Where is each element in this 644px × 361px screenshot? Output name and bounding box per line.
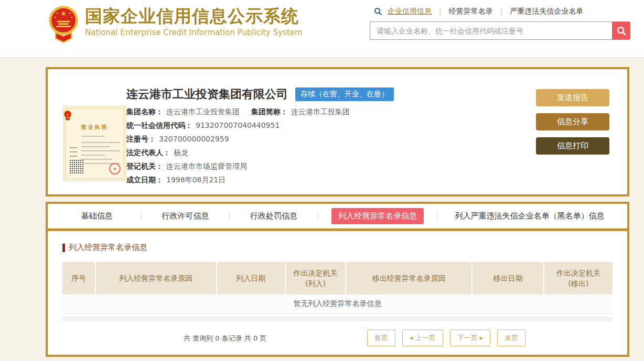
- license-emblem-icon: ★: [63, 110, 72, 121]
- field-registration-number: 注册号：320700000002959: [126, 135, 394, 143]
- nav-link-abnormal-list[interactable]: 经营异常名录: [449, 7, 493, 16]
- company-name: 连云港市工业投资集团有限公司: [126, 86, 288, 102]
- send-report-button[interactable]: 发送报告: [536, 89, 609, 106]
- record-count: 共 查询到 0 条记录 共 0 页: [184, 334, 266, 343]
- tab-content: 列入经营异常名录信息 序号 列入经营异常名录原因 列入日期 作出决定机关 (列入…: [48, 231, 627, 353]
- svg-text:★: ★: [69, 12, 71, 15]
- svg-text:★: ★: [56, 12, 58, 15]
- abnormal-operations-table: 序号 列入经营异常名录原因 列入日期 作出决定机关 (列入) 移出经营异常名录原…: [62, 262, 613, 294]
- field-credit-code: 统一社会信用代码：913207007040440951: [126, 122, 394, 129]
- site-header: ★ ★ ★ ★ ★ 国家企业信用信息公示系统 National Enterpri…: [0, 0, 644, 58]
- svg-text:★: ★: [61, 10, 67, 17]
- col-inclusion-reason: 列入经营异常名录原因: [95, 262, 217, 294]
- table-empty-message: 暂无列入经营异常名录信息: [62, 294, 613, 314]
- nav-link-enterprise-credit[interactable]: 企业信用信息: [388, 7, 432, 16]
- tab-blacklist[interactable]: 列入严重违法失信企业名单（黑名单）信息: [437, 211, 622, 221]
- site-logo: ★ ★ ★ ★ ★ 国家企业信用信息公示系统 National Enterpri…: [48, 4, 303, 48]
- license-seal: [109, 163, 121, 174]
- table-header-row: 序号 列入经营异常名录原因 列入日期 作出决定机关 (列入) 移出经营异常名录原…: [62, 262, 613, 294]
- field-establishment-date: 成立日期：1998年08月21日: [126, 176, 394, 184]
- tab-abnormal-operations[interactable]: 列入经营异常名录信息: [318, 208, 437, 224]
- company-actions: 发送报告 信息分享 信息打印: [536, 89, 609, 161]
- search-button[interactable]: [612, 21, 630, 40]
- info-print-button[interactable]: 信息打印: [536, 137, 609, 155]
- tab-admin-license[interactable]: 行政许可信息: [142, 211, 230, 221]
- detail-panel: 基础信息 行政许可信息 行政处罚信息 列入经营异常名录信息 列入严重违法失信企业…: [46, 202, 629, 357]
- company-summary-panel: ★ 营业执照 连云港市工业投资集团有限公司 存续（在营、开业、在册） 集团名称：…: [46, 67, 629, 196]
- next-page-button[interactable]: 下一页 ▸: [450, 330, 491, 346]
- first-page-button[interactable]: 首页: [367, 330, 395, 346]
- table-scrollbar[interactable]: [62, 316, 613, 321]
- col-removal-date: 移出日期: [472, 262, 543, 294]
- field-registration-authority: 登记机关：连云港市市场监督管理局: [126, 162, 394, 170]
- tab-bar: 基础信息 行政许可信息 行政处罚信息 列入经营异常名录信息 列入严重违法失信企业…: [48, 204, 627, 231]
- prev-page-button[interactable]: ◂ 上一页: [402, 330, 443, 346]
- business-license-image[interactable]: ★ 营业执照: [63, 106, 126, 181]
- svg-text:★: ★: [70, 16, 73, 19]
- site-title: 国家企业信用信息公示系统: [85, 6, 303, 26]
- col-removal-reason: 移出经营异常名录原因: [346, 262, 472, 294]
- tab-basic-info[interactable]: 基础信息: [53, 211, 141, 221]
- section-title: 列入经营异常名录信息: [62, 243, 613, 253]
- license-title: 营业执照: [63, 124, 126, 131]
- pagination: 共 查询到 0 条记录 共 0 页 首页 ◂ 上一页 下一页 ▸ 末页: [62, 329, 613, 353]
- national-emblem-icon: ★ ★ ★ ★ ★: [48, 4, 79, 48]
- info-share-button[interactable]: 信息分享: [536, 113, 609, 130]
- nav-separator: |: [500, 7, 503, 16]
- col-deciding-authority-in: 作出决定机关 (列入): [285, 262, 346, 294]
- svg-text:★: ★: [66, 113, 69, 116]
- search-button-icon: [616, 26, 627, 36]
- last-page-button[interactable]: 末页: [497, 330, 525, 346]
- license-qr-code: [70, 160, 83, 173]
- search-input[interactable]: [370, 21, 612, 40]
- field-legal-representative: 法定代表人：杨龙: [126, 149, 394, 157]
- col-inclusion-date: 列入日期: [217, 262, 285, 294]
- svg-text:★: ★: [54, 16, 57, 19]
- search-icon: [374, 7, 382, 16]
- field-group-name: 集团名称：连云港市工业投资集团集团简称：连云港市工投集团: [126, 108, 394, 116]
- col-index: 序号: [62, 262, 95, 294]
- company-info: 连云港市工业投资集团有限公司 存续（在营、开业、在册） 集团名称：连云港市工业投…: [126, 86, 394, 184]
- header-search-area: 企业信用信息 | 经营异常名录 | 严重违法失信企业名单: [370, 6, 630, 40]
- site-subtitle: National Enterprise Credit Information P…: [85, 28, 303, 37]
- tab-admin-penalty[interactable]: 行政处罚信息: [230, 211, 318, 221]
- nav-link-illegal-list[interactable]: 严重违法失信企业名单: [510, 7, 583, 16]
- status-badge: 存续（在营、开业、在册）: [295, 87, 394, 101]
- nav-separator: |: [439, 7, 442, 16]
- col-deciding-authority-out: 作出决定机关 (移出): [544, 262, 613, 294]
